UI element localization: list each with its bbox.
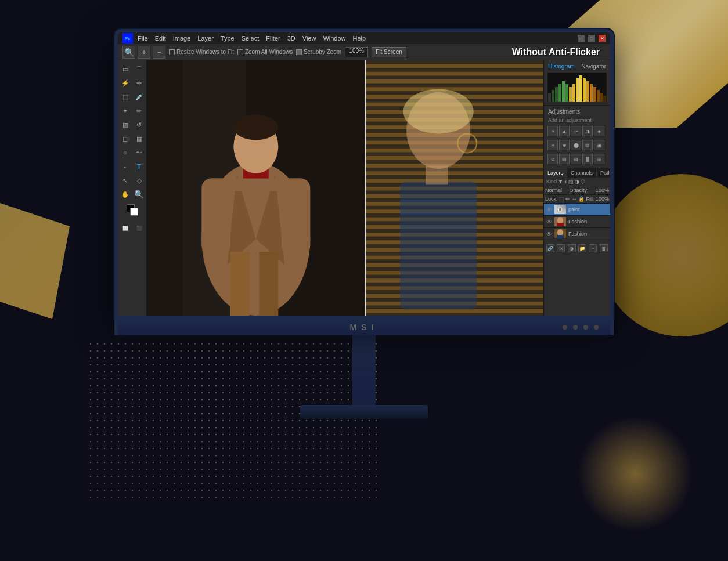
type-filter-icon[interactable]: T bbox=[564, 179, 568, 184]
burn-tool[interactable]: ○ bbox=[119, 146, 132, 159]
ps-title-menu-help[interactable]: Help bbox=[351, 35, 369, 42]
scrubby-zoom-checkbox[interactable] bbox=[296, 49, 302, 55]
monitor-btn-4[interactable] bbox=[594, 325, 599, 330]
paths-tab[interactable]: Paths bbox=[597, 168, 610, 178]
eraser-tool[interactable]: ◻ bbox=[119, 132, 132, 145]
resize-windows-checkbox[interactable] bbox=[169, 49, 175, 55]
lock-position-icon[interactable]: ↔ bbox=[572, 196, 577, 202]
gradient-tool[interactable]: ▦ bbox=[133, 132, 146, 145]
screen-mode-1[interactable]: ⬜ bbox=[119, 222, 132, 234]
adjustments-header[interactable]: Adjustments bbox=[546, 107, 608, 116]
zoom-canvas-tool[interactable]: 🔍 bbox=[133, 188, 146, 201]
ps-title-menu-layer[interactable]: Layer bbox=[195, 35, 216, 42]
ps-title-menu-image[interactable]: Image bbox=[171, 35, 193, 42]
vibrance-icon[interactable]: ◈ bbox=[594, 126, 604, 136]
adj-filter-icon[interactable]: ◑ bbox=[575, 179, 579, 184]
magic-wand-tool[interactable]: ⚡ bbox=[119, 77, 132, 89]
crop-tool[interactable]: ⬚ bbox=[119, 91, 132, 103]
navigator-tab[interactable]: Navigator bbox=[581, 63, 606, 70]
posterize-icon[interactable]: ▤ bbox=[559, 154, 570, 164]
lasso-tool[interactable]: ⌒ bbox=[133, 63, 146, 75]
path-selection-tool[interactable]: ↖ bbox=[119, 174, 132, 187]
channel-mixer-icon[interactable]: ⊞ bbox=[594, 140, 604, 150]
threshold-icon[interactable]: ▨ bbox=[571, 154, 581, 164]
ps-title-menu-window[interactable]: Window bbox=[320, 35, 348, 42]
new-layer-button[interactable]: + bbox=[589, 244, 597, 252]
blend-mode-selector[interactable]: Normal bbox=[545, 187, 562, 193]
shape-tool[interactable]: ◇ bbox=[133, 174, 146, 187]
layer-visibility-fashion2[interactable]: 👁 bbox=[546, 231, 552, 237]
ps-title-menu-view[interactable]: View bbox=[300, 35, 319, 42]
history-brush-tool[interactable]: ↺ bbox=[133, 118, 146, 131]
marquee-tool[interactable]: ▭ bbox=[119, 63, 132, 75]
ps-title-menu-filter[interactable]: Filter bbox=[264, 35, 282, 42]
kind-filter-icon[interactable]: ▼ bbox=[558, 179, 563, 184]
fit-screen-button[interactable]: Fit Screen bbox=[372, 47, 406, 57]
delete-layer-button[interactable]: 🗑 bbox=[600, 244, 608, 252]
shape-filter-icon[interactable]: ⬡ bbox=[581, 179, 585, 184]
maximize-button[interactable]: □ bbox=[588, 35, 595, 42]
black-white-icon[interactable]: ⬤ bbox=[571, 140, 581, 150]
gradient-map-icon[interactable]: ▓ bbox=[582, 154, 593, 164]
channels-tab[interactable]: Channels bbox=[567, 168, 597, 178]
curves-icon[interactable]: 〜 bbox=[571, 126, 581, 136]
layer-visibility-paint[interactable]: 👁 bbox=[546, 207, 552, 213]
brush-tool[interactable]: ✏ bbox=[133, 104, 146, 117]
svg-rect-12 bbox=[201, 179, 230, 255]
move-tool[interactable]: ✛ bbox=[133, 77, 146, 89]
layer-item-fashion-2[interactable]: 👁 Fashion bbox=[544, 228, 610, 240]
ps-title-menu-3d[interactable]: 3D bbox=[285, 35, 298, 42]
lock-transparent-icon[interactable]: ⬚ bbox=[559, 196, 564, 202]
levels-icon[interactable]: ▲ bbox=[559, 126, 570, 136]
ps-title-menu-edit[interactable]: Edit bbox=[153, 35, 168, 42]
zoom-icon[interactable]: 🔍 bbox=[122, 46, 135, 59]
opacity-value[interactable]: 100% bbox=[596, 187, 609, 193]
eyedropper-tool[interactable]: 💉 bbox=[133, 91, 146, 103]
ps-title-menu-select[interactable]: Select bbox=[239, 35, 262, 42]
close-button[interactable]: ✕ bbox=[599, 35, 606, 42]
photo-filter-icon[interactable]: ▧ bbox=[582, 140, 593, 150]
monitor-btn-3[interactable] bbox=[583, 325, 588, 330]
fill-value[interactable]: 100% bbox=[596, 196, 609, 202]
layer-item-paint[interactable]: 👁 paint bbox=[544, 204, 610, 216]
background-color[interactable] bbox=[130, 208, 138, 216]
zoom-value-input[interactable]: 100% bbox=[345, 47, 368, 57]
ps-title-menu-file[interactable]: File bbox=[135, 35, 150, 42]
layers-tab[interactable]: Layers bbox=[544, 168, 567, 178]
invert-icon[interactable]: ⊘ bbox=[547, 154, 558, 164]
brightness-contrast-icon[interactable]: ☀ bbox=[547, 126, 558, 136]
ps-canvas[interactable] bbox=[147, 60, 543, 316]
ps-title-menu-type[interactable]: Type bbox=[218, 35, 237, 42]
zoom-in-button[interactable]: + bbox=[138, 46, 150, 59]
minimize-button[interactable]: — bbox=[578, 35, 585, 42]
hand-tool[interactable]: ✋ bbox=[119, 188, 132, 201]
monitor-btn-2[interactable] bbox=[573, 325, 578, 330]
zoom-out-button[interactable]: − bbox=[153, 46, 165, 59]
add-mask-button[interactable]: ◑ bbox=[568, 244, 576, 252]
healing-tool[interactable]: ✦ bbox=[119, 104, 132, 117]
pen-tool[interactable]: ⬩ bbox=[119, 160, 132, 173]
lock-pixels-icon[interactable]: ✏ bbox=[565, 196, 570, 202]
layer-item-fashion-1[interactable]: 👁 Fashion bbox=[544, 216, 610, 228]
link-layers-button[interactable]: 🔗 bbox=[546, 244, 554, 252]
histogram-tab[interactable]: Histogram bbox=[548, 63, 575, 70]
type-tool[interactable]: T bbox=[133, 160, 146, 173]
hue-saturation-icon[interactable]: ≋ bbox=[547, 140, 558, 150]
exposure-icon[interactable]: ◑ bbox=[582, 126, 593, 136]
stamp-tool[interactable]: ▨ bbox=[119, 118, 132, 131]
svg-rect-70 bbox=[586, 81, 589, 102]
color-swatches[interactable] bbox=[127, 204, 138, 216]
new-group-button[interactable]: 📁 bbox=[578, 244, 586, 252]
layer-visibility-fashion1[interactable]: 👁 bbox=[546, 219, 552, 225]
zoom-all-checkbox[interactable] bbox=[237, 49, 243, 55]
monitor: Ps File Edit Image Layer Type Select Fil… bbox=[114, 29, 614, 419]
histogram-panel-header[interactable]: Histogram Navigator bbox=[546, 62, 608, 71]
lock-all-icon[interactable]: 🔒 bbox=[578, 196, 585, 202]
add-style-button[interactable]: fx bbox=[557, 244, 565, 252]
selective-color-icon[interactable]: ▥ bbox=[594, 154, 604, 164]
color-balance-icon[interactable]: ⊕ bbox=[559, 140, 570, 150]
screen-mode-2[interactable]: ⬛ bbox=[133, 222, 146, 234]
smudge-tool[interactable]: 〜 bbox=[133, 146, 146, 159]
monitor-btn-1[interactable] bbox=[563, 325, 567, 330]
pixel-filter-icon[interactable]: ▨ bbox=[568, 179, 574, 184]
